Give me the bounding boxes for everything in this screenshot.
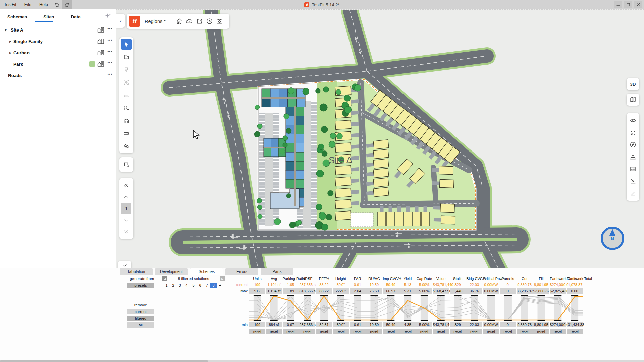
- project-name[interactable]: Regions *: [145, 19, 174, 24]
- tab-sites[interactable]: Sites: [43, 14, 54, 19]
- menu-testfit[interactable]: TestFit: [0, 0, 20, 9]
- reset-column-button[interactable]: reset: [416, 329, 432, 334]
- item-menu-dots[interactable]: •••: [107, 49, 112, 53]
- tab-schemes[interactable]: Schemes: [7, 14, 27, 19]
- reset-column-button[interactable]: reset: [500, 329, 516, 334]
- level-top-button[interactable]: [121, 180, 132, 191]
- column-header[interactable]: Cut: [517, 276, 533, 281]
- reset-column-button[interactable]: reset: [366, 329, 382, 334]
- item-menu-dots[interactable]: •••: [107, 72, 112, 76]
- solution-filter-chart[interactable]: [249, 295, 583, 322]
- column-header[interactable]: Earthwork Total: [567, 276, 583, 281]
- column-header[interactable]: Earthwork Costs: [550, 276, 566, 281]
- add-region-tool[interactable]: [119, 157, 133, 172]
- column-header[interactable]: Critical Power: [483, 276, 499, 281]
- column-header[interactable]: Cap Rate: [416, 276, 432, 281]
- redo-button[interactable]: [62, 0, 72, 9]
- sidebar-item-park[interactable]: Park •••: [0, 58, 116, 70]
- toolbar-collapse-button[interactable]: ‹: [116, 14, 125, 28]
- column-header[interactable]: Yield: [399, 276, 416, 281]
- testfit-logo[interactable]: tf: [129, 16, 140, 27]
- reset-column-button[interactable]: reset: [333, 329, 349, 334]
- sidebar-item-site-a[interactable]: ▾ Site A •••: [0, 24, 116, 36]
- reset-column-button[interactable]: reset: [249, 329, 265, 334]
- reset-column-button[interactable]: reset: [483, 329, 499, 334]
- region-type-icon[interactable]: [97, 50, 104, 55]
- level-bottom-button[interactable]: [121, 226, 132, 237]
- tab-development[interactable]: Development: [155, 268, 188, 275]
- expand-arrow-icon[interactable]: ▸: [8, 51, 13, 55]
- column-header[interactable]: Height: [333, 276, 349, 281]
- close-button[interactable]: [634, 1, 642, 8]
- solution-3-button[interactable]: 3: [177, 283, 183, 288]
- bottom-panel-collapse-button[interactable]: [118, 261, 131, 268]
- solution-4-button[interactable]: 4: [183, 283, 190, 288]
- column-header[interactable]: EFF%: [316, 276, 332, 281]
- map-canvas[interactable]: Site A ‹ tf Regions *: [116, 9, 644, 268]
- reset-column-button[interactable]: reset: [550, 329, 566, 334]
- menu-help[interactable]: Help: [35, 0, 52, 9]
- expand-arrow-icon[interactable]: ▸: [8, 39, 13, 44]
- solution-2-button[interactable]: 2: [170, 283, 176, 288]
- solution-6-button[interactable]: 6: [197, 283, 203, 288]
- tab-tabulation[interactable]: Tabulation: [120, 268, 153, 275]
- solutions-prev-button[interactable]: ◀: [162, 276, 167, 281]
- elevation-steps-button[interactable]: [627, 187, 639, 199]
- presets-button[interactable]: presets: [127, 283, 154, 288]
- empty-pad[interactable]: [351, 213, 373, 227]
- level-up-button[interactable]: [121, 191, 132, 202]
- bridge-tool[interactable]: [121, 115, 132, 126]
- building-tool[interactable]: [121, 51, 132, 63]
- lanes-add-tool[interactable]: [121, 102, 132, 114]
- ai-sparkle-icon[interactable]: [104, 12, 112, 20]
- region-type-icon[interactable]: [97, 61, 104, 67]
- minimize-button[interactable]: [614, 1, 622, 8]
- region-type-icon[interactable]: [97, 38, 104, 44]
- item-menu-dots[interactable]: •••: [107, 38, 112, 42]
- site-name-label[interactable]: Site A: [329, 155, 353, 165]
- level-down-button[interactable]: [121, 215, 132, 226]
- column-header[interactable]: Parking Ratio: [283, 276, 299, 281]
- site-type-icon[interactable]: [97, 27, 104, 33]
- remove-filtered-button[interactable]: filtered: [127, 316, 154, 321]
- compass-widget[interactable]: N: [600, 226, 625, 251]
- add-solution-button[interactable]: +: [217, 283, 223, 288]
- expand-arrow-icon[interactable]: ▾: [3, 28, 8, 32]
- reset-column-button[interactable]: reset: [466, 329, 482, 334]
- column-header[interactable]: Units: [249, 276, 265, 281]
- reset-column-button[interactable]: reset: [433, 329, 449, 334]
- select-tool[interactable]: [121, 39, 132, 50]
- trees-tool[interactable]: [121, 140, 132, 152]
- reset-column-button[interactable]: reset: [399, 329, 416, 334]
- current-level[interactable]: 1: [121, 203, 131, 214]
- reset-column-button[interactable]: reset: [517, 329, 533, 334]
- column-header[interactable]: Value: [433, 276, 449, 281]
- sidebar-item-gurban[interactable]: ▸ Gurban •••: [0, 47, 116, 58]
- export-button[interactable]: [194, 16, 204, 26]
- solution-7-button[interactable]: 7: [204, 283, 210, 288]
- play-button[interactable]: [204, 16, 214, 26]
- compass-reset-button[interactable]: [627, 139, 639, 151]
- column-header[interactable]: Fill: [533, 276, 549, 281]
- slope-analysis-button[interactable]: [627, 175, 639, 187]
- column-header[interactable]: DU/AC: [366, 276, 382, 281]
- camera-button[interactable]: [214, 16, 224, 26]
- parking-tool[interactable]: [121, 89, 132, 101]
- item-menu-dots[interactable]: •••: [107, 61, 112, 65]
- reset-column-button[interactable]: reset: [383, 329, 399, 334]
- solution-5-button[interactable]: 5: [190, 283, 197, 288]
- place-building-tool[interactable]: [121, 64, 132, 75]
- horizontal-scrollbar[interactable]: [0, 360, 644, 362]
- park-color-swatch[interactable]: [89, 61, 95, 67]
- reset-column-button[interactable]: reset: [450, 329, 466, 334]
- tab-data[interactable]: Data: [71, 14, 81, 19]
- maximize-button[interactable]: [624, 1, 632, 8]
- fullscreen-button[interactable]: [627, 127, 639, 139]
- terrain-add-button[interactable]: [627, 151, 639, 163]
- column-header[interactable]: Imp CVG%: [383, 276, 399, 281]
- item-menu-dots[interactable]: •••: [107, 26, 112, 31]
- sidebar-item-single-family[interactable]: ▸ Single Family •••: [0, 36, 116, 47]
- column-header[interactable]: FAR: [350, 276, 366, 281]
- solutions-next-button[interactable]: ▶: [220, 276, 225, 281]
- home-button[interactable]: [174, 16, 184, 26]
